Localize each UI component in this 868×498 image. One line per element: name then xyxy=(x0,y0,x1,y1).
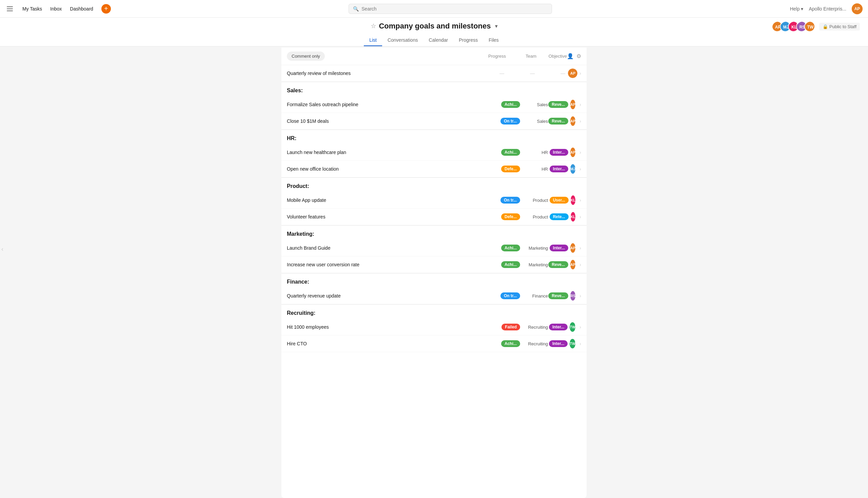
task-avatar[interactable]: AP xyxy=(570,243,575,253)
search-input[interactable] xyxy=(361,6,548,12)
task-row[interactable]: Open new office location Defe... HR Inte… xyxy=(281,161,587,178)
task-progress: Defe... xyxy=(493,166,520,172)
tab-calendar[interactable]: Calendar xyxy=(423,35,453,46)
inbox-link[interactable]: Inbox xyxy=(50,6,62,12)
task-name: Close 10 $1M deals xyxy=(287,118,493,124)
task-objective: Reve... AP › xyxy=(551,260,581,270)
tab-conversations[interactable]: Conversations xyxy=(382,35,424,46)
milestone-dash-2: — xyxy=(504,70,535,76)
filter-icon[interactable]: ⚙ xyxy=(576,53,581,60)
task-team: Recruiting xyxy=(520,325,551,330)
task-team: Marketing xyxy=(520,246,551,251)
task-name: Hire CTO xyxy=(287,341,493,346)
task-objective: Inter... AP › xyxy=(551,147,581,157)
member-avatar-5[interactable]: TW xyxy=(804,21,815,32)
my-tasks-link[interactable]: My Tasks xyxy=(22,6,42,12)
task-row[interactable]: Launch new healthcare plan Achi... HR In… xyxy=(281,144,587,161)
search-bar[interactable]: 🔍 xyxy=(349,4,552,14)
add-button[interactable]: + xyxy=(102,4,111,14)
task-objective: Reve... RS › xyxy=(551,291,581,301)
task-avatar[interactable]: AP xyxy=(570,100,575,109)
sidebar-toggle-arrow[interactable]: ‹ xyxy=(1,246,3,253)
person-icon[interactable]: 👤 xyxy=(567,53,574,60)
task-avatar[interactable]: RS xyxy=(570,291,575,301)
objective-badge: Reve... xyxy=(548,118,568,124)
tab-list[interactable]: List xyxy=(364,35,382,46)
status-badge: Defe... xyxy=(501,166,520,172)
task-objective: Inter... AP › xyxy=(551,243,581,253)
col-header-objective: Objective xyxy=(536,54,567,59)
col-header-progress: Progress xyxy=(479,54,506,59)
task-team: Finance xyxy=(520,293,551,299)
page-title: Company goals and milestones xyxy=(379,22,491,30)
task-row[interactable]: Increase new user conversion rate Achi..… xyxy=(281,257,587,273)
section-title-finance: Finance: xyxy=(287,279,309,285)
page-tabs: List Conversations Calendar Progress Fil… xyxy=(364,35,504,46)
dashboard-link[interactable]: Dashboard xyxy=(70,6,93,12)
task-avatar[interactable]: AP xyxy=(570,147,575,157)
task-avatar[interactable]: TW xyxy=(570,322,575,332)
title-dropdown-arrow[interactable]: ▾ xyxy=(495,23,497,29)
task-name: Launch new healthcare plan xyxy=(287,149,493,155)
task-progress: Failed xyxy=(493,324,520,330)
star-icon[interactable]: ☆ xyxy=(371,22,376,30)
task-cols: Achi... HR Inter... AP › xyxy=(493,147,581,157)
task-avatar[interactable]: AP xyxy=(570,260,575,270)
task-row[interactable]: Close 10 $1M deals On tr... Sales Reve..… xyxy=(281,113,587,130)
task-team: HR xyxy=(520,150,551,155)
lock-icon: 🔒 xyxy=(823,24,828,29)
status-badge: Defe... xyxy=(501,213,520,220)
task-cols: On tr... Sales Reve... AP › xyxy=(493,116,581,126)
task-name: Hit 1000 employees xyxy=(287,324,493,330)
task-cols: On tr... Product User... KL › xyxy=(493,195,581,205)
header-right: AP MJ KL RS TW 🔒 Public to Staff xyxy=(772,18,860,32)
user-avatar[interactable]: AP xyxy=(852,3,863,14)
task-row[interactable]: Mobile App update On tr... Product User.… xyxy=(281,192,587,209)
task-row[interactable]: Formalize Sales outreach pipeline Achi..… xyxy=(281,96,587,113)
section-title-product: Product: xyxy=(287,183,309,189)
search-icon: 🔍 xyxy=(353,6,359,12)
status-badge: Achi... xyxy=(501,149,520,156)
milestone-row[interactable]: Quarterly review of milestones — — — AP … xyxy=(281,65,587,82)
task-row[interactable]: Hit 1000 employees Failed Recruiting Int… xyxy=(281,319,587,336)
section-hr: HR: xyxy=(281,130,587,144)
status-badge: Failed xyxy=(502,324,520,330)
objective-badge: Reve... xyxy=(548,261,568,268)
tab-files[interactable]: Files xyxy=(483,35,504,46)
task-cols: Achi... Sales Reve... AP › xyxy=(493,100,581,109)
task-chevron: › xyxy=(579,102,581,107)
task-avatar[interactable]: KL xyxy=(571,195,576,205)
task-objective: Inter... MJ › xyxy=(551,164,581,174)
tab-progress[interactable]: Progress xyxy=(453,35,483,46)
task-cols: Defe... HR Inter... MJ › xyxy=(493,164,581,174)
task-progress: Achi... xyxy=(493,340,520,347)
help-button[interactable]: Help ▾ xyxy=(790,6,804,12)
task-row[interactable]: Launch Brand Guide Achi... Marketing Int… xyxy=(281,240,587,257)
task-objective: Inter... TW › xyxy=(551,322,581,332)
milestone-name: Quarterly review of milestones xyxy=(287,70,477,76)
task-objective: Reve... AP › xyxy=(551,116,581,126)
task-avatar[interactable]: AP xyxy=(570,116,575,126)
section-sales: Sales: xyxy=(281,82,587,96)
task-cols: Achi... Recruiting Inter... TW › xyxy=(493,339,581,349)
task-row[interactable]: Volunteer features Defe... Product Rete.… xyxy=(281,209,587,225)
table-header: Comment only Progress Team Objective 👤 ⚙ xyxy=(281,48,587,65)
task-name: Launch Brand Guide xyxy=(287,245,493,251)
nav-left: My Tasks Inbox Dashboard + xyxy=(5,4,111,14)
task-row[interactable]: Quarterly revenue update On tr... Financ… xyxy=(281,288,587,304)
task-cols: Achi... Marketing Inter... AP › xyxy=(493,243,581,253)
hamburger-menu[interactable] xyxy=(5,5,14,13)
milestone-chevron: › xyxy=(579,70,581,76)
visibility-badge[interactable]: 🔒 Public to Staff xyxy=(819,23,860,30)
org-name[interactable]: Apollo Enterpris... xyxy=(809,6,846,12)
task-row[interactable]: Hire CTO Achi... Recruiting Inter... TW … xyxy=(281,336,587,352)
objective-badge: User... xyxy=(550,197,569,204)
task-avatar[interactable]: MJ xyxy=(570,164,575,174)
task-cols: Defe... Product Rete... KL › xyxy=(493,212,581,222)
task-chevron: › xyxy=(579,197,581,203)
task-avatar[interactable]: KL xyxy=(571,212,576,222)
milestone-avatar[interactable]: AP xyxy=(568,68,577,78)
comment-only-button[interactable]: Comment only xyxy=(287,52,325,61)
task-progress: Achi... xyxy=(493,101,520,108)
task-avatar[interactable]: TW xyxy=(570,339,575,349)
